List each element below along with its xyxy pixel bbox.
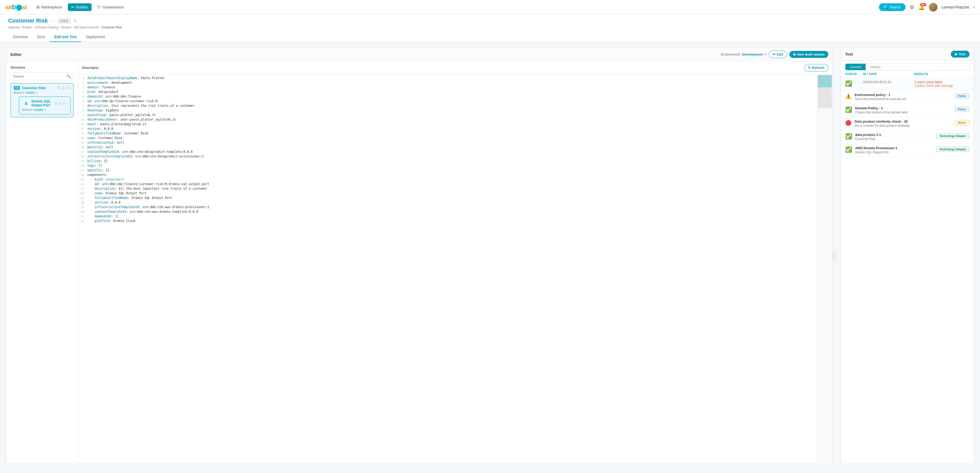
test-check-row-1[interactable]: ✅ Domain Policy - 1 Checks the content o… (841, 104, 974, 117)
nav-marketplace[interactable]: ⊞ Marketplace (33, 3, 66, 11)
minimap-line (818, 101, 832, 102)
tab-docs[interactable]: Docs (32, 32, 49, 42)
user-name[interactable]: Lorenzo Pirazzini (942, 5, 969, 9)
target-icon[interactable]: ◎ (62, 86, 64, 90)
line-content: id: urn:dmb:cmp:finance:customer-risk:0:… (87, 182, 817, 187)
dremio-branch-value[interactable]: master (34, 108, 43, 111)
minimap-line (818, 102, 832, 103)
tree-item-actions: ☰ ◎ </> (57, 86, 70, 90)
dremio-code-icon[interactable]: </> (62, 101, 67, 105)
search-button[interactable]: 🔍 Search (879, 3, 905, 11)
nav-right-section: 🔍 Search ⚙ 🔔 99+ Lorenzo Pirazzini ▾ (879, 3, 975, 11)
line-number: 27 (78, 196, 87, 201)
dremio-item-name: Dremio SQL Output Port (32, 99, 52, 107)
environment-dropdown-icon[interactable]: ▾ (765, 53, 766, 56)
breadcrumb-builder[interactable]: Builder (22, 25, 32, 29)
line-content: domain: finance (87, 86, 817, 90)
line-content: - kind: outputport (87, 178, 817, 182)
code-line-11: 11email: paolo.platter@agilelab.it (78, 123, 817, 127)
breadcrumb-software-catalog[interactable]: Software Catalog (35, 25, 58, 29)
test-check-row-2[interactable]: 🔴 Data product similarity check - 15 thi… (841, 117, 974, 130)
tree-item-dremio[interactable]: 💧 Dremio SQL Output Port ☰ ◎ </> Branch: (19, 97, 70, 115)
test-run-button[interactable]: ▶ Test (951, 51, 969, 57)
minimap-line (818, 80, 832, 81)
more-options-icon[interactable]: ⋯ (50, 18, 55, 24)
line-content: domainId: urn:dmb:dmn:finance (87, 95, 817, 99)
test-check-row-0[interactable]: ⚠️ Environment policy - 1 Test if the en… (841, 90, 974, 104)
breadcrumb-witboost[interactable]: witboost (8, 25, 19, 29)
branch-arrow-icon[interactable]: ▾ (36, 91, 37, 94)
code-line-3: 3domain: finance (78, 86, 817, 90)
code-editor[interactable]: 1dataProductOwnerDisplayName: Paolo Plat… (78, 74, 817, 464)
builder-label: Builder (76, 5, 88, 9)
branch-value[interactable]: master (25, 91, 35, 94)
user-dropdown-icon[interactable]: ▾ (973, 5, 975, 9)
test-results-table: STATUS ID / DATE RESULTS ✅ 2024/03/28 09… (841, 70, 974, 464)
code-line-23: 23 - kind: outputport (78, 178, 817, 182)
summary-results: 1 metric check failed 1 policy check wit… (914, 80, 969, 88)
settings-button[interactable]: ⚙ (910, 4, 914, 10)
notification-badge: 99+ (920, 3, 926, 6)
refresh-button[interactable]: ↻ Refresh (804, 64, 828, 72)
line-number: 12 (78, 127, 87, 132)
tab-overview[interactable]: Overview (8, 32, 32, 42)
dremio-target-icon[interactable]: ◎ (58, 101, 61, 105)
code-line-14: 14name: Customer Risk (78, 136, 817, 141)
check-info: Data product similarity check - 15 this … (854, 119, 951, 127)
breadcrumb-sep-5: / (100, 25, 100, 29)
structure-search-input[interactable] (13, 75, 65, 78)
logo[interactable]: witb⬤st (5, 3, 27, 11)
descriptor-panel: Descriptor ↻ Refresh 1dataProductOwnerDi… (78, 61, 832, 464)
code-icon[interactable]: </> (65, 86, 70, 90)
code-line-25: 25 description: All the most important r… (78, 187, 817, 191)
breadcrumb-my-data-products[interactable]: My Data Products (75, 25, 99, 29)
edit-button[interactable]: ✏ Edit (769, 51, 787, 58)
line-number: 19 (78, 159, 87, 164)
avatar[interactable] (929, 3, 937, 11)
new-draft-button[interactable]: ⊕ New draft release (789, 51, 828, 58)
structure-search-button[interactable]: 🔍 (67, 74, 71, 78)
structure-search-wrapper[interactable]: 🔍 (11, 72, 74, 80)
breadcrumb-current: Customer Risk (102, 25, 122, 29)
dremio-branch-arrow[interactable]: ▾ (44, 108, 46, 111)
line-content: specific: {} (87, 169, 817, 173)
tab-edit-test[interactable]: Edit and Test (49, 32, 81, 42)
test-toggle-current[interactable]: Current (845, 64, 865, 70)
line-number: 23 (78, 178, 87, 182)
line-number: 9 (78, 113, 87, 118)
tab-deployment[interactable]: Deployment (81, 32, 110, 42)
test-check-row-3[interactable]: ✅ data product 1:1 Customer Risk Technol… (841, 130, 974, 143)
code-line-27: 27 fullyQualifiedName: Dremio SQL Output… (78, 196, 817, 201)
breadcrumb-sep-1: / (21, 25, 21, 29)
line-content: fullyQualifiedName: Customer Risk (87, 132, 817, 136)
test-toggle-history[interactable]: History (865, 64, 885, 70)
summary-result-2: 1 policy check with warnings (914, 84, 969, 88)
notifications-button[interactable]: 🔔 99+ (918, 4, 925, 10)
minimap-line (818, 92, 832, 92)
collapse-handle[interactable]: ⋮ (833, 250, 837, 261)
nav-governance[interactable]: 🛡 Governance (94, 3, 127, 11)
nav-builder[interactable]: ✏ Builder (68, 3, 92, 11)
dremio-list-icon[interactable]: ☰ (54, 101, 57, 105)
line-number: 32 (78, 219, 87, 224)
minimap-line (818, 83, 832, 84)
version-badge: 0.0.0 (57, 18, 71, 24)
test-summary-row[interactable]: ✅ 2024/03/28 09:51:52 1 metric check fai… (841, 78, 974, 90)
tree-item-abbr: CR (14, 86, 20, 90)
check-title: Domain Policy - 1 (855, 106, 951, 110)
code-line-29: 29 infrastructureTemplateId: urn:dmb:itm… (78, 205, 817, 210)
minimap-line (818, 98, 832, 99)
breadcrumb-system[interactable]: System (61, 25, 72, 29)
test-check-row-4[interactable]: ✅ AWS Dremio Provisioner:1 Dremio SQL Ou… (841, 143, 974, 157)
code-line-17: 17useCaseTemplateId: urn:dmb:utm:datapro… (78, 150, 817, 154)
minimap-line (818, 86, 832, 86)
favorite-button[interactable]: ★ (73, 18, 77, 24)
code-line-32: 32 platform: Dremio Cloud (78, 219, 817, 224)
list-icon[interactable]: ☰ (57, 86, 60, 90)
test-table-header: STATUS ID / DATE RESULTS (841, 70, 974, 78)
minimap-line (818, 103, 832, 104)
minimap-line (818, 80, 832, 80)
tree-item-customer-risk[interactable]: CR Customer Risk ☰ ◎ </> Branch: master … (11, 83, 74, 117)
environment-value[interactable]: Development (742, 53, 763, 56)
check-status-icon: ⚠️ (845, 93, 851, 99)
